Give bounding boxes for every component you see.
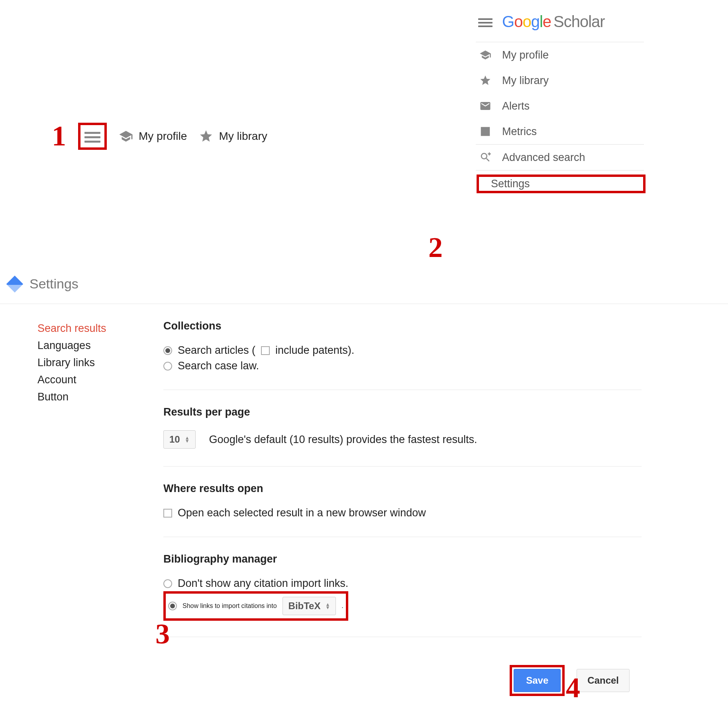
menu-header: GoogleScholar [474,4,646,42]
radio-no-citation-links[interactable]: Don't show any citation import links. [163,576,642,591]
cancel-button[interactable]: Cancel [577,669,630,692]
annotation-1: 1 [52,120,66,153]
menu-item-label: Metrics [502,125,537,138]
my-library-label: My library [219,130,267,143]
star-icon [479,75,491,86]
graduation-cap-icon [119,129,133,143]
include-patents-checkbox[interactable] [261,346,270,355]
section-results-per-page: Results per page 10 ▲▼ Google's default … [163,406,642,467]
menu-item-label: Settings [491,178,530,190]
section-title: Bibliography manager [163,553,642,565]
stepper-icon: ▲▼ [185,436,190,443]
bar-chart-icon [479,125,491,137]
settings-content: Collections Search articles ( include pa… [163,320,642,696]
menu-item-label: My profile [502,49,549,61]
sidebar-library-links[interactable]: Library links [37,354,131,371]
checkbox-icon [163,509,172,518]
settings-sidebar: Search results Languages Library links A… [12,320,131,696]
menu-my-library[interactable]: My library [474,68,646,93]
menu-settings[interactable]: Settings [477,175,646,193]
my-profile-link[interactable]: My profile [119,129,187,143]
stepper-icon: ▲▼ [325,603,330,609]
save-button-highlight: Save [510,665,565,696]
section-bibliography-manager: Bibliography manager Don't show any cita… [163,553,642,637]
sidebar-button[interactable]: Button [37,388,131,406]
my-profile-label: My profile [139,130,187,143]
google-scholar-logo: GoogleScholar [502,13,605,31]
section-title: Results per page [163,406,642,418]
star-icon [199,129,213,143]
section-collections: Collections Search articles ( include pa… [163,320,642,390]
select-value: 10 [169,434,180,445]
open-new-window-option[interactable]: Open each selected result in a new brows… [163,505,642,521]
radio-show-citation-links[interactable]: Show links to import citations into BibT… [163,591,348,621]
select-value: BibTeX [288,600,321,612]
radio-search-articles[interactable]: Search articles ( include patents). [163,343,642,358]
option-label: include patents). [275,344,354,357]
option-label: Search case law. [178,360,259,372]
search-plus-icon [479,151,491,163]
annotation-3: 3 [155,618,170,651]
sidebar-search-results[interactable]: Search results [37,320,131,337]
menu-alerts[interactable]: Alerts [474,93,646,119]
radio-case-law[interactable]: Search case law. [163,358,642,374]
my-library-link[interactable]: My library [199,129,267,143]
option-label: Search articles ( [178,344,255,357]
main-menu-panel: GoogleScholar My profile My library Aler… [474,4,646,193]
option-label: Open each selected result in a new brows… [178,507,426,519]
graduation-cap-icon [479,49,491,61]
step1-toolbar: 1 My profile My library [52,120,267,153]
menu-metrics[interactable]: Metrics [474,119,646,144]
section-title: Collections [163,320,642,332]
option-label: Show links to import citations into [182,602,277,610]
mail-icon [479,100,491,112]
settings-page-header: Settings [0,273,728,304]
hamburger-button-main[interactable] [78,123,107,150]
divider [476,170,644,171]
radio-icon [163,346,172,355]
hamburger-icon[interactable] [478,16,493,27]
option-label: Don't show any citation import links. [178,577,348,590]
page-title: Settings [29,276,78,292]
annotation-4: 4 [566,671,580,702]
sidebar-account[interactable]: Account [37,371,131,388]
save-button[interactable]: Save [514,669,561,692]
results-per-page-select[interactable]: 10 ▲▼ [163,430,196,449]
annotation-2: 2 [428,231,443,264]
settings-body: Search results Languages Library links A… [0,304,728,702]
section-where-results-open: Where results open Open each selected re… [163,482,642,537]
period: . [341,602,343,610]
menu-my-profile[interactable]: My profile [474,42,646,68]
menu-advanced-search[interactable]: Advanced search [474,145,646,170]
citation-format-select[interactable]: BibTeX ▲▼ [283,597,336,615]
radio-icon [168,602,177,610]
settings-page: Settings Search results Languages Librar… [0,273,728,702]
section-title: Where results open [163,482,642,495]
sidebar-languages[interactable]: Languages [37,337,131,354]
menu-item-label: Advanced search [502,151,585,164]
scholar-diamond-icon [6,275,23,292]
radio-icon [163,579,172,588]
menu-item-label: My library [502,75,549,87]
hint-text: Google's default (10 results) provides t… [209,433,477,446]
menu-item-label: Alerts [502,100,530,112]
hamburger-icon [84,129,100,143]
radio-icon [163,362,172,371]
